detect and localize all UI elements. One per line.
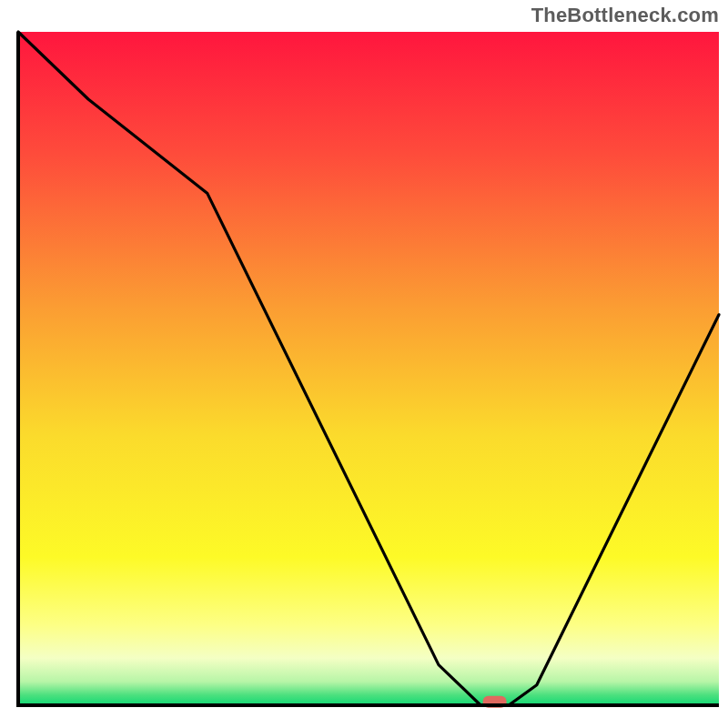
bottleneck-chart — [0, 0, 728, 728]
chart-frame: TheBottleneck.com — [0, 0, 728, 728]
watermark-text: TheBottleneck.com — [531, 4, 719, 27]
plot-background — [18, 32, 719, 705]
